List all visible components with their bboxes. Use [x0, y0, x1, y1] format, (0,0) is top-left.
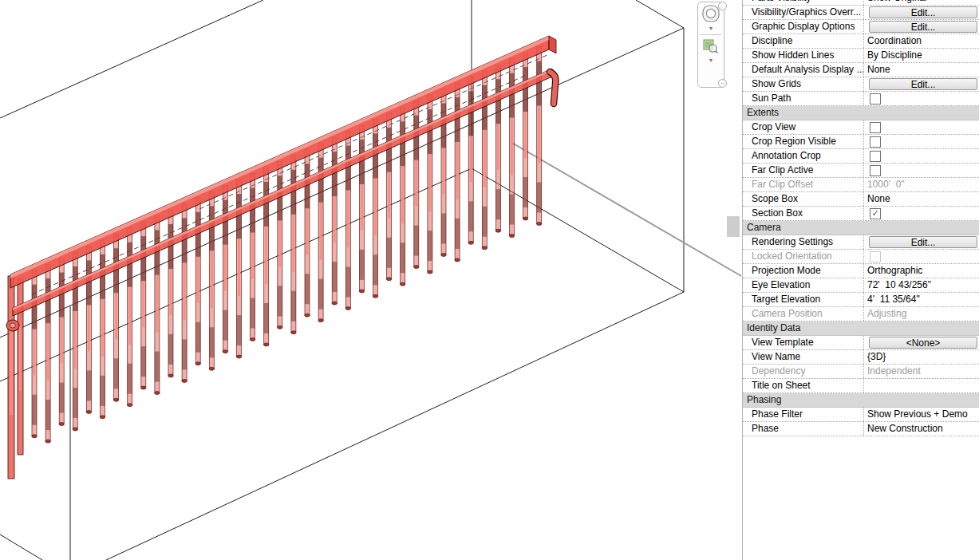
property-value[interactable]: {3D} [863, 350, 979, 364]
baluster-shade-bottom [195, 322, 200, 353]
property-label: Section Box [743, 207, 863, 220]
checkbox-far-clip-active[interactable] [870, 165, 881, 176]
baluster-shade-bottom [73, 388, 77, 418]
property-value[interactable]: By Discipline [863, 49, 979, 62]
baluster-highlight [388, 172, 390, 219]
checkbox-crop-view[interactable] [870, 122, 881, 133]
edit-button[interactable]: Edit... [869, 6, 977, 18]
property-row-discipline: DisciplineCoordination [743, 34, 979, 49]
edit-button[interactable]: Edit... [869, 236, 977, 248]
section-box-edge [472, 168, 684, 292]
baluster-shade-bottom [251, 298, 255, 329]
property-value[interactable]: Edit... [863, 235, 979, 249]
baluster-shade-bottom [278, 286, 282, 316]
property-label: Camera Position [743, 307, 863, 321]
wheel-options-chevron-down-icon[interactable]: ▾ [709, 25, 713, 33]
baluster-highlight [361, 184, 363, 231]
property-value[interactable] [863, 135, 979, 148]
property-value[interactable]: <None> [863, 336, 979, 349]
navbar-knob-bottom[interactable]: – [718, 79, 727, 88]
baluster-highlight [184, 262, 186, 320]
property-value[interactable]: Show Previous + Demo [863, 408, 979, 421]
baluster-shade-bottom [114, 358, 119, 388]
property-value[interactable]: None [863, 192, 979, 206]
property-label: Discipline [743, 34, 863, 48]
edit-button[interactable]: Edit... [869, 21, 977, 33]
baluster-cap [182, 379, 187, 382]
navbar-divider [701, 34, 721, 35]
property-row-visibility-graphics-overr: Visibility/Graphics Overr...Edit... [743, 6, 979, 20]
property-label: Phase [743, 422, 863, 436]
none-button[interactable]: <None> [869, 337, 977, 349]
property-value[interactable] [863, 149, 979, 163]
end-post-highlight [10, 324, 13, 415]
baluster-shade-bottom [45, 400, 50, 430]
baluster-highlight [34, 329, 36, 376]
property-label: Dependency [743, 365, 863, 378]
navbar-knob-top[interactable] [718, 2, 727, 10]
property-value[interactable]: 4' 11 35/64" [863, 293, 979, 306]
property-value[interactable]: Show Original [863, 0, 979, 5]
property-value[interactable]: Edit... [863, 20, 979, 34]
property-row-scope-box: Scope BoxNone [743, 192, 979, 207]
property-label: Crop Region Visible [743, 135, 863, 148]
property-row-view-template: View Template<None> [743, 336, 979, 350]
checkbox-crop-region-visible[interactable] [870, 136, 881, 148]
property-label: Eye Elevation [743, 278, 863, 292]
baluster-cap [441, 253, 446, 256]
3d-viewport[interactable]: ▾ ▾ – [0, 0, 742, 560]
property-value[interactable]: Edit... [863, 77, 979, 91]
baluster-highlight [88, 305, 90, 351]
property-value[interactable]: None [863, 63, 979, 77]
checkbox-annotation-crop[interactable] [870, 151, 881, 162]
edit-button[interactable]: Edit... [869, 78, 977, 90]
zoom-region-button[interactable] [700, 37, 722, 57]
property-value[interactable]: New Construction [863, 422, 979, 436]
property-label: Title on Sheet [743, 379, 863, 392]
property-value[interactable] [863, 164, 979, 177]
property-label: Phase Filter [743, 408, 863, 421]
post-flange-center [10, 323, 16, 328]
baluster-cap [455, 258, 460, 262]
scrollbar-thumb[interactable] [727, 216, 740, 237]
property-value[interactable] [863, 120, 979, 134]
baluster-shade-bottom [510, 195, 515, 225]
property-label: Parts Visibility [743, 0, 863, 5]
property-value[interactable]: ✓ [863, 207, 979, 220]
baluster-shade-bottom [428, 231, 432, 261]
baluster-highlight [524, 112, 527, 158]
baluster-shade-bottom [223, 310, 227, 341]
property-value[interactable]: Coordination [863, 34, 979, 48]
baluster-highlight [470, 136, 472, 182]
3d-viewport-canvas[interactable] [0, 0, 742, 560]
property-row-crop-region-visible: Crop Region Visible [743, 135, 979, 149]
baluster-cap [401, 282, 405, 286]
baluster-cap [428, 270, 432, 274]
property-value[interactable] [863, 92, 979, 105]
application-window: ▾ ▾ – Parts VisibilityShow OriginalVisib… [0, 0, 979, 560]
baluster-cap [414, 266, 419, 269]
property-value[interactable]: Orthographic [863, 264, 979, 278]
property-row-title-on-sheet: Title on Sheet [743, 379, 979, 393]
zoom-options-chevron-down-icon[interactable]: ▾ [709, 57, 713, 65]
baluster-cap [509, 235, 514, 238]
property-label: Default Analysis Display ... [743, 63, 863, 77]
property-row-show-hidden-lines: Show Hidden LinesBy Discipline [743, 49, 979, 63]
checkbox-section-box[interactable]: ✓ [870, 208, 881, 219]
section-header-camera: Camera [743, 221, 979, 235]
baluster-highlight [497, 124, 499, 170]
property-value[interactable]: 72' 10 43/256" [863, 278, 979, 292]
baluster-shade-bottom [482, 207, 487, 237]
baluster-cap [305, 314, 310, 317]
baluster-shade-bottom [128, 364, 132, 394]
baluster-cap [278, 325, 282, 329]
checkbox-sun-path[interactable] [870, 93, 881, 105]
property-label: Sun Path [743, 92, 863, 105]
property-row-dependency: DependencyIndependent [743, 365, 979, 379]
baluster-highlight [428, 154, 431, 211]
property-value[interactable] [863, 379, 979, 392]
property-value[interactable]: Edit... [863, 6, 979, 19]
baluster-cap [332, 302, 337, 305]
end-post-highlight [19, 326, 22, 391]
property-label: Graphic Display Options [743, 20, 863, 34]
